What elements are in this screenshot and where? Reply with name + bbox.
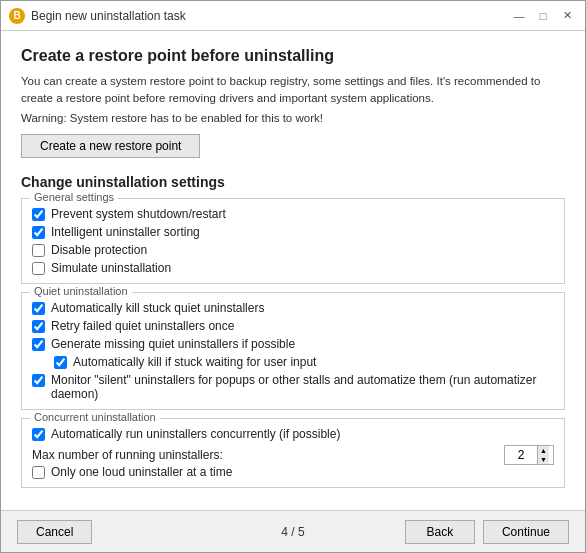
create-restore-button[interactable]: Create a new restore point [21,134,200,158]
title-bar: B Begin new uninstallation task — □ ✕ [1,1,585,31]
checkbox-monitor-silent: Monitor "silent" uninstallers for popups… [32,373,554,401]
minimize-button[interactable]: — [509,6,529,26]
checkbox-monitor-silent-input[interactable] [32,374,45,387]
checkbox-retry-failed: Retry failed quiet uninstallers once [32,319,554,333]
spinner-max-uninstallers-row: Max number of running uninstallers: ▲ ▼ [32,445,554,465]
footer-right: Back Continue [385,520,569,544]
restore-warning: Warning: System restore has to be enable… [21,112,565,124]
close-button[interactable]: ✕ [557,6,577,26]
general-settings-group: General settings Prevent system shutdown… [21,198,565,284]
settings-heading: Change uninstallation settings [21,174,565,190]
footer-left: Cancel [17,520,201,544]
checkbox-auto-concurrent-input[interactable] [32,428,45,441]
back-button[interactable]: Back [405,520,475,544]
spinner-up-button[interactable]: ▲ [537,446,549,455]
checkbox-auto-kill-waiting: Automatically kill if stuck waiting for … [54,355,554,369]
spinner-buttons: ▲ ▼ [537,446,549,464]
restore-heading: Create a restore point before uninstalli… [21,47,565,65]
checkbox-auto-concurrent: Automatically run uninstallers concurren… [32,427,554,441]
main-window: B Begin new uninstallation task — □ ✕ Cr… [0,0,586,553]
title-bar-controls: — □ ✕ [509,6,577,26]
spinner-max-uninstallers: ▲ ▼ [504,445,554,465]
quiet-uninstall-group: Quiet uninstallation Automatically kill … [21,292,565,410]
checkbox-prevent-shutdown-input[interactable] [32,208,45,221]
content-area: Create a restore point before uninstalli… [1,31,585,510]
maximize-button[interactable]: □ [533,6,553,26]
checkbox-retry-failed-input[interactable] [32,320,45,333]
cancel-button[interactable]: Cancel [17,520,92,544]
concurrent-uninstall-group: Concurrent uninstallation Automatically … [21,418,565,488]
concurrent-uninstall-label: Concurrent uninstallation [30,411,160,423]
restore-description: You can create a system restore point to… [21,73,565,108]
footer-progress: 4 / 5 [201,525,385,539]
checkbox-one-loud: Only one loud uninstaller at a time [32,465,554,479]
checkbox-disable-protection-input[interactable] [32,244,45,257]
checkbox-prevent-shutdown: Prevent system shutdown/restart [32,207,554,221]
checkbox-one-loud-input[interactable] [32,466,45,479]
quiet-uninstall-label: Quiet uninstallation [30,285,132,297]
checkbox-disable-protection: Disable protection [32,243,554,257]
spinner-down-button[interactable]: ▼ [537,455,549,464]
checkbox-generate-missing: Generate missing quiet uninstallers if p… [32,337,554,351]
spinner-max-uninstallers-input[interactable] [505,446,537,464]
app-icon: B [9,8,25,24]
checkbox-auto-kill-waiting-input[interactable] [54,356,67,369]
checkbox-simulate: Simulate uninstallation [32,261,554,275]
checkbox-generate-missing-input[interactable] [32,338,45,351]
checkbox-kill-stuck: Automatically kill stuck quiet uninstall… [32,301,554,315]
checkbox-intelligent-sorting-input[interactable] [32,226,45,239]
general-settings-label: General settings [30,191,118,203]
checkbox-intelligent-sorting: Intelligent uninstaller sorting [32,225,554,239]
title-bar-text: Begin new uninstallation task [31,9,509,23]
checkbox-simulate-input[interactable] [32,262,45,275]
continue-button[interactable]: Continue [483,520,569,544]
footer: Cancel 4 / 5 Back Continue [1,510,585,552]
checkbox-kill-stuck-input[interactable] [32,302,45,315]
